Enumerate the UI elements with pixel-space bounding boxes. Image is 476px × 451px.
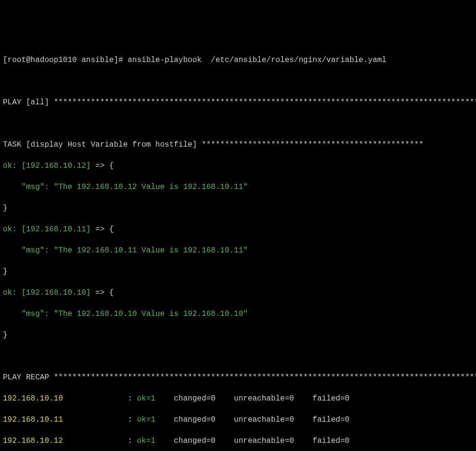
terminal-output: [root@hadoop1010 ansible]# ansible-playb…	[3, 44, 473, 451]
recap-host: 192.168.10.10	[3, 394, 63, 403]
command-1: ansible-playbook /etc/ansible/roles/ngin…	[128, 56, 386, 64]
play-header: PLAY [all]	[3, 98, 54, 107]
recap-header: PLAY RECAP	[3, 373, 54, 382]
shell-prompt: [root@hadoop1010 ansible]#	[3, 56, 128, 64]
task-header: TASK [display Host Variable from hostfil…	[3, 140, 202, 149]
ok-status: ok:	[3, 162, 21, 170]
msg-value: "The 192.168.10.12 Value is 192.168.10.1…	[54, 183, 248, 191]
